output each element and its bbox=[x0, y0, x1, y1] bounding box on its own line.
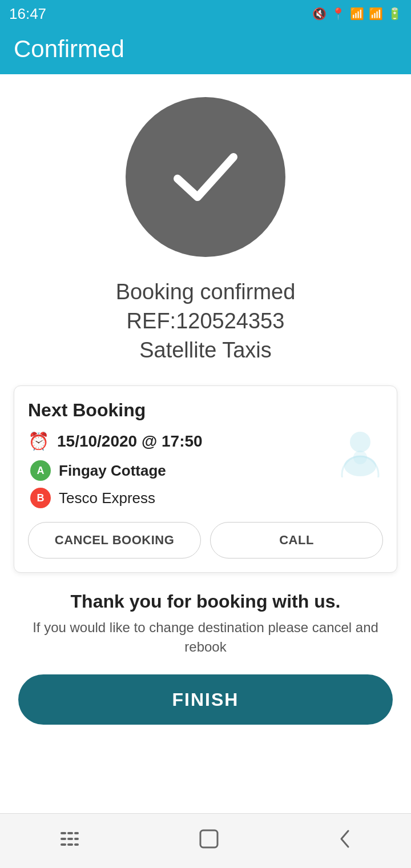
next-booking-title: Next Booking bbox=[28, 400, 383, 421]
svg-rect-8 bbox=[67, 838, 73, 840]
menu-icon bbox=[59, 830, 80, 851]
svg-rect-7 bbox=[61, 838, 66, 840]
pickup-label: Fingay Cottage bbox=[59, 462, 166, 480]
svg-rect-13 bbox=[200, 830, 217, 847]
svg-rect-12 bbox=[74, 843, 79, 846]
confirmation-text-block: Booking confirmed REF:120524353 Satellit… bbox=[116, 280, 296, 363]
app-header: Confirmed bbox=[0, 27, 411, 74]
signal-icon: 📶 bbox=[369, 7, 383, 21]
checkmark-svg bbox=[166, 137, 245, 217]
battery-icon: 🔋 bbox=[388, 7, 402, 21]
svg-rect-4 bbox=[61, 832, 66, 834]
home-icon bbox=[199, 829, 219, 854]
bottom-nav bbox=[0, 813, 411, 868]
next-booking-card: Next Booking ⏰ 15/10/2020 @ 17:50 A Fing… bbox=[14, 385, 397, 573]
dropoff-route-item: B Tesco Express bbox=[30, 488, 383, 508]
clock-icon: ⏰ bbox=[28, 431, 49, 451]
booking-datetime-row: ⏰ 15/10/2020 @ 17:50 bbox=[28, 431, 383, 451]
pickup-route-item: A Fingay Cottage bbox=[30, 460, 383, 481]
svg-rect-10 bbox=[61, 843, 66, 846]
page-title: Confirmed bbox=[14, 35, 124, 62]
wifi-icon: 📶 bbox=[350, 7, 364, 21]
location-icon: 📍 bbox=[331, 7, 345, 21]
svg-rect-5 bbox=[67, 832, 73, 834]
route-container: A Fingay Cottage B Tesco Express bbox=[28, 460, 383, 508]
thankyou-section: Thank you for booking with us. If you wo… bbox=[14, 591, 397, 656]
thankyou-title: Thank you for booking with us. bbox=[18, 591, 393, 612]
dropoff-badge: B bbox=[30, 488, 51, 508]
company-name-label: Satellite Taxis bbox=[116, 338, 296, 363]
nav-menu-button[interactable] bbox=[42, 825, 97, 857]
back-icon bbox=[338, 829, 352, 854]
call-button[interactable]: CALL bbox=[210, 522, 383, 558]
booking-confirmed-label: Booking confirmed bbox=[116, 280, 296, 304]
booking-ref-label: REF:120524353 bbox=[116, 309, 296, 333]
finish-button[interactable]: FINISH bbox=[18, 674, 393, 725]
status-icons: 🔇 📍 📶 📶 🔋 bbox=[312, 7, 402, 21]
card-buttons: CANCEL BOOKING CALL bbox=[28, 522, 383, 558]
confirmation-icon bbox=[126, 97, 285, 257]
cancel-booking-button[interactable]: CANCEL BOOKING bbox=[28, 522, 201, 558]
pickup-badge: A bbox=[30, 460, 51, 481]
thankyou-subtitle: If you would like to change destination … bbox=[18, 618, 393, 656]
finish-btn-container: FINISH bbox=[14, 674, 397, 738]
main-content: Booking confirmed REF:120524353 Satellit… bbox=[0, 74, 411, 813]
mute-icon: 🔇 bbox=[312, 7, 327, 21]
svg-rect-9 bbox=[74, 838, 79, 840]
nav-back-button[interactable] bbox=[321, 823, 369, 859]
driver-avatar-icon bbox=[337, 426, 383, 477]
nav-home-button[interactable] bbox=[182, 823, 236, 859]
status-time: 16:47 bbox=[9, 5, 46, 23]
avatar-placeholder bbox=[337, 426, 383, 477]
dropoff-label: Tesco Express bbox=[59, 489, 155, 507]
status-bar: 16:47 🔇 📍 📶 📶 🔋 bbox=[0, 0, 411, 27]
svg-point-0 bbox=[350, 432, 370, 452]
svg-rect-11 bbox=[67, 843, 73, 846]
svg-rect-6 bbox=[74, 832, 79, 834]
booking-datetime-text: 15/10/2020 @ 17:50 bbox=[57, 432, 203, 451]
